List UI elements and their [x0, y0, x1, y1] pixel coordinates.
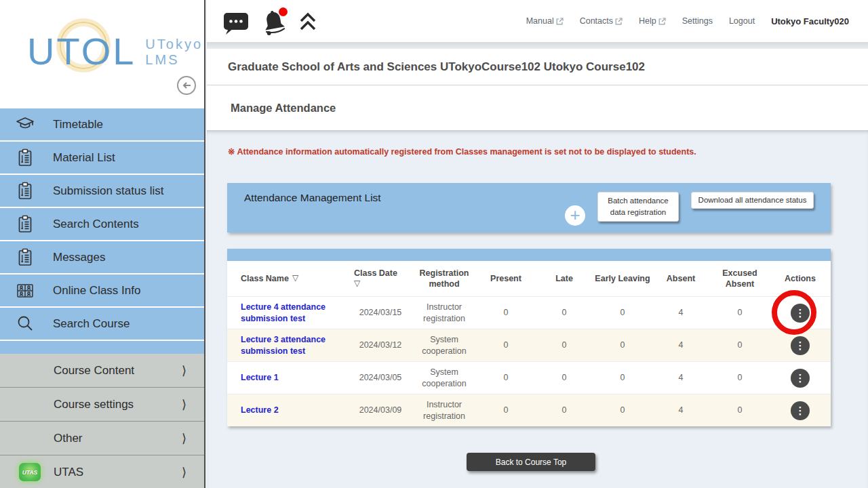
sidebar-item-search-course[interactable]: Search Course — [0, 308, 204, 340]
sidebar-item-online-class-info[interactable]: Online Class Info — [0, 274, 204, 306]
early-leaving-cell: 0 — [593, 362, 652, 394]
row-actions-menu-button[interactable]: ⋮ — [791, 369, 810, 388]
chat-icon[interactable] — [222, 8, 250, 35]
table-row: Lecture 4 attendance submission test 202… — [227, 296, 831, 329]
early-leaving-cell: 0 — [593, 297, 652, 329]
topnav: Manual Contacts Help Settings Logout Uto… — [526, 0, 849, 42]
sort-icon[interactable]: ▽ — [292, 273, 298, 284]
sidebar-item-messages[interactable]: Messages — [0, 241, 204, 273]
column-header-registration-method: Registration method — [412, 261, 477, 296]
notification-bell-icon[interactable] — [258, 5, 290, 38]
sidebar-item-material-list[interactable]: Material List — [0, 142, 204, 174]
early-leaving-cell: 0 — [593, 329, 652, 361]
class-date-cell: 2024/03/12 — [349, 329, 412, 361]
manual-link[interactable]: Manual — [526, 16, 564, 26]
present-cell: 0 — [477, 394, 535, 426]
class-link[interactable]: Lecture 3 attendance submission test — [241, 334, 344, 357]
row-actions-menu-button[interactable]: ⋮ — [791, 401, 810, 420]
sidebar-spacer — [0, 341, 204, 354]
sidebar-item-course-content[interactable]: Course Content ⟩ — [0, 354, 204, 387]
attendance-table: Class Name ▽ Class Date ▽ Registration m… — [227, 249, 831, 426]
external-link-icon — [658, 18, 666, 25]
column-header-absent: Absent — [652, 261, 710, 296]
sidebar-item-search-contents[interactable]: Search Contents — [0, 208, 204, 240]
download-all-attendance-button[interactable]: Download all attendance status — [691, 192, 814, 209]
external-link-icon — [615, 18, 623, 25]
graduation-cap-icon — [14, 115, 37, 135]
sidebar-item-utas[interactable]: UTAS UTAS ⟩ — [0, 455, 204, 488]
username-label: Utokyo Faculty020 — [771, 16, 849, 26]
absent-cell: 4 — [652, 329, 710, 361]
external-link-icon — [556, 18, 564, 25]
panel-title: Attendance Management List — [244, 192, 381, 204]
present-cell: 0 — [477, 362, 535, 394]
sidebar-item-other[interactable]: Other ⟩ — [0, 421, 204, 455]
table-row: Lecture 3 attendance submission test 202… — [227, 329, 831, 361]
absent-cell: 4 — [652, 394, 710, 426]
notification-badge — [279, 7, 288, 16]
logo-subtitle: UTokyo LMS — [145, 37, 203, 68]
page-title: Manage Attendance — [207, 85, 868, 130]
logout-link[interactable]: Logout — [729, 16, 755, 26]
sidebar-item-timetable[interactable]: Timetable — [0, 108, 204, 140]
registration-method-cell: Instructor registration — [412, 297, 477, 329]
clipboard-icon — [14, 148, 37, 168]
class-date-cell: 2024/03/15 — [349, 297, 412, 329]
excused-absent-cell: 0 — [710, 297, 770, 329]
plus-icon: + — [570, 206, 580, 224]
contacts-link[interactable]: Contacts — [580, 16, 623, 26]
title-band: Graduate School of Arts and Sciences UTo… — [207, 49, 868, 130]
class-date-cell: 2024/03/09 — [349, 394, 412, 426]
sort-icon[interactable]: ▽ — [354, 279, 360, 289]
vertical-ellipsis-icon: ⋮ — [795, 308, 806, 318]
attendance-management-panel: Attendance Management List + Batch atten… — [227, 183, 831, 232]
class-link[interactable]: Lecture 1 — [241, 372, 279, 384]
registration-method-cell: Instructor registration — [412, 394, 477, 426]
absent-cell: 4 — [652, 297, 710, 329]
early-leaving-cell: 0 — [593, 394, 652, 426]
column-header-class-date[interactable]: Class Date ▽ — [349, 261, 412, 296]
sidebar-secondary-nav: Course Content ⟩ Course settings ⟩ Other… — [0, 354, 204, 488]
late-cell: 0 — [535, 394, 593, 426]
clipboard-icon — [14, 181, 37, 201]
column-header-early-leaving: Early Leaving — [593, 261, 652, 296]
arrow-left-icon — [180, 79, 193, 92]
class-link[interactable]: Lecture 4 attendance submission test — [241, 302, 344, 325]
row-actions-menu-button[interactable]: ⋮ — [791, 336, 810, 355]
table-row: Lecture 2 2024/03/09 Instructor registra… — [227, 394, 831, 426]
back-to-course-top-button[interactable]: Back to Course Top — [467, 453, 595, 471]
present-cell: 0 — [477, 329, 535, 361]
batch-attendance-registration-button[interactable]: Batch attendance data registration — [597, 192, 679, 222]
chevron-right-icon: ⟩ — [182, 431, 186, 446]
vertical-ellipsis-icon: ⋮ — [795, 340, 806, 350]
column-header-present: Present — [477, 261, 535, 296]
add-attendance-button[interactable]: + — [565, 205, 585, 226]
help-link[interactable]: Help — [639, 16, 666, 26]
sidebar-item-course-settings[interactable]: Course settings ⟩ — [0, 387, 204, 421]
utas-logo-icon: UTAS — [19, 463, 41, 481]
absent-cell: 4 — [652, 362, 710, 394]
excused-absent-cell: 0 — [710, 394, 770, 426]
column-header-excused-absent: Excused Absent — [710, 261, 770, 296]
attendance-warning-note: ※ Attendance information automatically r… — [228, 146, 696, 157]
excused-absent-cell: 0 — [710, 362, 770, 394]
sidebar-collapse-button[interactable] — [177, 76, 196, 95]
late-cell: 0 — [535, 362, 593, 394]
row-actions-menu-button[interactable]: ⋮ — [791, 304, 810, 323]
table-row: Lecture 1 2024/03/05 System cooperation … — [227, 361, 831, 394]
vertical-ellipsis-icon: ⋮ — [795, 405, 806, 415]
collapse-header-icon[interactable] — [298, 12, 318, 32]
class-link[interactable]: Lecture 2 — [241, 405, 279, 416]
sidebar-primary-nav: Timetable Material List Submission statu… — [0, 108, 204, 354]
header-shadow — [207, 42, 868, 49]
main-content: ※ Attendance information automatically r… — [207, 130, 868, 488]
sidebar-item-submission-status-list[interactable]: Submission status list — [0, 175, 204, 207]
settings-link[interactable]: Settings — [682, 16, 713, 26]
logo-area: UTOL UTokyo LMS — [0, 0, 204, 108]
video-participants-icon — [14, 281, 37, 301]
column-header-class-name[interactable]: Class Name ▽ — [227, 261, 349, 296]
registration-method-cell: System cooperation — [412, 329, 477, 361]
clipboard-icon — [14, 247, 37, 268]
registration-method-cell: System cooperation — [412, 362, 477, 394]
table-header-row: Class Name ▽ Class Date ▽ Registration m… — [227, 261, 831, 296]
